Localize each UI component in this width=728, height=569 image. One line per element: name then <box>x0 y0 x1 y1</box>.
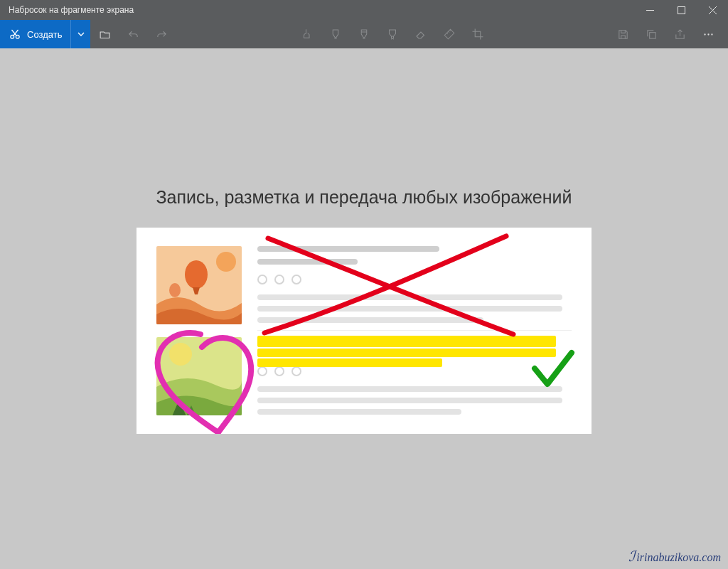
app-window: Набросок на фрагменте экрана Создать <box>0 0 728 569</box>
highlight-stroke <box>257 358 442 367</box>
crop-icon <box>471 28 484 41</box>
share-button[interactable] <box>665 20 694 48</box>
watermark: ℐirinabuzikova.com <box>628 548 721 565</box>
pencil-button[interactable] <box>350 20 378 48</box>
more-button[interactable] <box>694 20 722 48</box>
highlighter-button[interactable] <box>378 20 407 48</box>
copy-button[interactable] <box>637 20 665 48</box>
canvas-area: Запись, разметка и передача любых изобра… <box>0 48 728 569</box>
copy-icon <box>646 28 658 41</box>
close-button[interactable] <box>697 0 728 20</box>
svg-point-4 <box>704 33 705 35</box>
eraser-icon <box>414 28 427 41</box>
chevron-down-icon <box>77 31 85 38</box>
new-snip-label: Создать <box>27 29 62 40</box>
touch-writing-button[interactable] <box>293 20 321 48</box>
illustration-thumb-2 <box>156 337 242 415</box>
new-snip-dropdown[interactable] <box>70 20 90 48</box>
maximize-button[interactable] <box>665 0 697 20</box>
ballpoint-pen-button[interactable] <box>321 20 350 48</box>
new-snip-button[interactable]: Создать <box>0 20 70 48</box>
close-icon <box>709 6 717 14</box>
svg-point-6 <box>711 33 712 35</box>
empty-state-illustration <box>136 228 592 434</box>
svg-point-8 <box>216 252 236 272</box>
toolbar: Создать <box>0 20 728 48</box>
minimize-button[interactable] <box>634 0 665 20</box>
svg-point-5 <box>707 33 709 35</box>
crop-button[interactable] <box>464 20 492 48</box>
highlight-stroke <box>257 349 556 357</box>
svg-rect-0 <box>678 6 685 14</box>
redo-icon <box>156 28 168 41</box>
undo-icon <box>127 28 139 41</box>
svg-point-12 <box>169 343 192 366</box>
svg-point-9 <box>185 260 208 289</box>
pencil-icon <box>358 28 370 41</box>
eraser-button[interactable] <box>407 20 435 48</box>
folder-open-icon <box>99 28 111 41</box>
highlight-stroke <box>257 336 556 347</box>
touch-writing-icon <box>301 28 314 41</box>
more-icon <box>702 28 714 41</box>
save-button[interactable] <box>609 20 637 48</box>
svg-point-10 <box>169 283 181 297</box>
illustration-text-lines <box>257 246 572 415</box>
ruler-icon <box>443 28 456 41</box>
ballpoint-pen-icon <box>329 28 342 41</box>
window-title: Набросок на фрагменте экрана <box>9 5 634 15</box>
empty-state-headline: Запись, разметка и передача любых изобра… <box>156 187 572 208</box>
new-snip-icon <box>9 28 21 41</box>
maximize-icon <box>678 6 685 14</box>
highlighter-icon <box>386 28 399 41</box>
save-icon <box>617 28 629 41</box>
minimize-icon <box>646 6 654 14</box>
ruler-button[interactable] <box>435 20 464 48</box>
redo-button[interactable] <box>147 20 176 48</box>
title-bar: Набросок на фрагменте экрана <box>0 0 728 20</box>
open-file-button[interactable] <box>90 20 119 48</box>
new-snip-split-button: Создать <box>0 20 90 48</box>
illustration-thumb-1 <box>156 246 242 324</box>
share-icon <box>674 28 686 41</box>
undo-button[interactable] <box>119 20 147 48</box>
svg-rect-3 <box>649 32 655 38</box>
